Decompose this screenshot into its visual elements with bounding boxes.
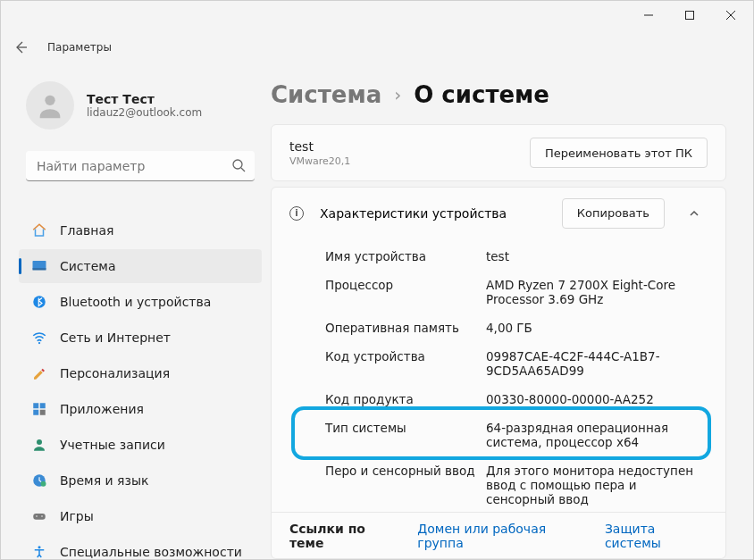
svg-point-20 — [36, 515, 38, 517]
svg-line-7 — [241, 168, 245, 171]
nav-accessibility[interactable]: Специальные возможности — [19, 535, 262, 559]
related-link-domain[interactable]: Домен или рабочая группа — [417, 522, 583, 550]
spec-value: 64-разрядная операционная система, проце… — [486, 421, 708, 449]
search-icon — [231, 158, 246, 176]
sidebar: Тест Тест lidauz2@outlook.com Главная Си… — [1, 65, 271, 559]
breadcrumb: Система › О системе — [271, 81, 726, 108]
back-button[interactable] — [13, 40, 28, 54]
bluetooth-icon — [31, 294, 47, 310]
network-icon — [31, 330, 47, 346]
nav-label: Главная — [60, 223, 113, 238]
svg-point-18 — [41, 481, 46, 487]
spec-value: test — [486, 249, 708, 263]
main-content: Система › О системе test VMware20,1 Пере… — [271, 65, 753, 559]
nav-accounts[interactable]: Учетные записи — [19, 428, 262, 462]
gaming-icon — [31, 508, 47, 524]
search-box[interactable] — [26, 151, 255, 181]
nav-label: Система — [60, 259, 115, 273]
nav-label: Учетные записи — [60, 438, 165, 452]
nav-personalization[interactable]: Персонализация — [19, 356, 262, 390]
nav-list: Главная Система Bluetooth и устройства С… — [19, 213, 262, 559]
device-card: test VMware20,1 Переименовать этот ПК — [271, 124, 726, 181]
nav-system[interactable]: Система — [19, 249, 262, 283]
nav-time[interactable]: Время и язык — [19, 464, 262, 497]
spec-value: Для этого монитора недоступен ввод с пом… — [486, 464, 708, 506]
chevron-right-icon: › — [394, 84, 401, 105]
window-titlebar — [1, 1, 753, 29]
specs-table: Имя устройстваtest ПроцессорAMD Ryzen 7 … — [272, 238, 725, 512]
user-profile[interactable]: Тест Тест lidauz2@outlook.com — [26, 81, 262, 130]
device-name: test — [289, 139, 350, 154]
nav-label: Bluetooth и устройства — [60, 295, 211, 309]
svg-point-5 — [45, 96, 54, 105]
home-icon — [31, 222, 47, 238]
svg-rect-12 — [33, 403, 38, 408]
spec-label: Оперативная память — [325, 321, 486, 335]
user-name: Тест Тест — [87, 92, 202, 106]
info-icon: i — [289, 206, 304, 221]
nav-network[interactable]: Сеть и Интернет — [19, 321, 262, 355]
svg-rect-9 — [33, 268, 46, 270]
breadcrumb-leaf: О системе — [414, 81, 549, 108]
svg-rect-19 — [33, 514, 46, 520]
related-link-protection[interactable]: Защита системы — [605, 522, 708, 550]
svg-point-22 — [38, 546, 41, 548]
rename-pc-button[interactable]: Переименовать этот ПК — [530, 138, 708, 168]
nav-home[interactable]: Главная — [19, 213, 262, 247]
nav-gaming[interactable]: Игры — [19, 499, 262, 533]
copy-button[interactable]: Копировать — [562, 198, 665, 229]
spec-value: 4,00 ГБ — [486, 321, 708, 335]
nav-label: Сеть и Интернет — [60, 330, 171, 345]
app-bar: Параметры — [1, 29, 753, 65]
nav-label: Специальные возможности — [60, 545, 242, 559]
close-button[interactable] — [710, 3, 751, 28]
svg-point-10 — [33, 296, 46, 308]
system-icon — [31, 258, 47, 274]
related-links: Ссылки по теме Домен или рабочая группа … — [272, 512, 725, 558]
svg-point-6 — [233, 160, 242, 169]
accounts-icon — [31, 437, 47, 453]
related-label: Ссылки по теме — [289, 522, 396, 550]
nav-label: Персонализация — [60, 366, 170, 380]
user-email: lidauz2@outlook.com — [87, 106, 202, 119]
svg-rect-15 — [40, 410, 46, 415]
spec-value: 00330-80000-00000-AA252 — [486, 392, 708, 406]
spec-label: Тип системы — [325, 421, 486, 449]
svg-point-16 — [37, 439, 42, 445]
maximize-button[interactable] — [669, 3, 710, 28]
nav-label: Время и язык — [60, 473, 148, 488]
apps-icon — [31, 401, 47, 417]
spec-label: Код продукта — [325, 392, 486, 406]
avatar — [26, 81, 74, 130]
personalization-icon — [31, 365, 47, 381]
device-specs-section: i Характеристики устройства Копировать И… — [271, 187, 726, 559]
nav-apps[interactable]: Приложения — [19, 392, 262, 426]
svg-rect-13 — [40, 403, 46, 408]
spec-label: Имя устройства — [325, 249, 486, 263]
svg-rect-1 — [686, 12, 694, 20]
time-icon — [31, 472, 47, 489]
spec-label: Процессор — [325, 278, 486, 306]
section-title: Характеристики устройства — [320, 206, 507, 221]
breadcrumb-root[interactable]: Система — [271, 81, 381, 108]
search-input[interactable] — [26, 151, 255, 181]
nav-bluetooth[interactable]: Bluetooth и устройства — [19, 285, 262, 319]
spec-value: 09987CAE-4C2F-444C-A1B7-9CD5AA65AD99 — [486, 349, 708, 378]
svg-point-11 — [38, 342, 40, 344]
minimize-button[interactable] — [628, 3, 669, 28]
spec-value: AMD Ryzen 7 2700X Eight-Core Processor 3… — [486, 278, 708, 306]
nav-label: Игры — [60, 509, 94, 523]
app-title: Параметры — [47, 41, 112, 54]
spec-label: Перо и сенсорный ввод — [325, 464, 486, 506]
device-model: VMware20,1 — [289, 155, 350, 167]
nav-label: Приложения — [60, 402, 144, 416]
collapse-button[interactable] — [681, 200, 708, 227]
spec-label: Код устройства — [325, 349, 486, 378]
svg-point-21 — [41, 515, 43, 517]
svg-rect-14 — [33, 410, 38, 415]
accessibility-icon — [31, 544, 47, 559]
